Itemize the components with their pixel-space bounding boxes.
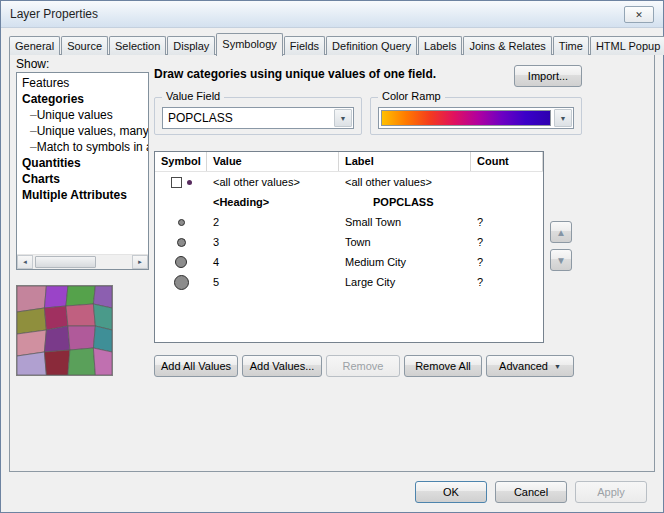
map-preview <box>16 285 113 376</box>
value-field-combobox[interactable]: POPCLASS ▼ <box>162 107 354 129</box>
move-up-button[interactable]: ▲ <box>550 221 572 243</box>
tree-item-match-symbols[interactable]: Match to symbols in a <box>17 139 148 155</box>
value-field-group-label: Value Field <box>162 90 224 102</box>
symbology-tab-page: Show: Features Categories Unique values … <box>9 54 655 472</box>
all-other-values-checkbox[interactable] <box>171 177 182 188</box>
table-row-all-other-values[interactable]: <all other values> <all other values> <box>155 172 543 192</box>
window-title: Layer Properties <box>10 7 98 21</box>
value-field-group: Value Field POPCLASS ▼ <box>154 97 362 135</box>
close-button[interactable]: ✕ <box>624 6 654 23</box>
tree-item-multiple-attributes[interactable]: Multiple Attributes <box>17 187 148 203</box>
tree-horizontal-scrollbar[interactable]: ◄ ► <box>17 254 148 269</box>
chevron-down-icon[interactable]: ▼ <box>334 109 352 127</box>
graduated-circle-icon[interactable] <box>177 238 186 247</box>
small-dot-symbol-icon[interactable] <box>187 180 192 185</box>
header-value: Value <box>207 152 339 171</box>
table-header: Symbol Value Label Count <box>155 152 543 172</box>
tree-item-quantities[interactable]: Quantities <box>17 155 148 171</box>
cancel-button[interactable]: Cancel <box>495 481 567 503</box>
menu-dropdown-icon: ▼ <box>554 363 561 370</box>
graduated-circle-icon[interactable] <box>175 256 187 268</box>
tab-strip: General Source Selection Display Symbolo… <box>9 32 664 55</box>
advanced-button[interactable]: Advanced ▼ <box>486 355 574 377</box>
tab-source[interactable]: Source <box>61 36 108 55</box>
tree-item-charts[interactable]: Charts <box>17 171 148 187</box>
scrollbar-thumb[interactable] <box>35 256 96 268</box>
show-label: Show: <box>16 57 49 71</box>
tab-html-popup[interactable]: HTML Popup <box>590 36 664 55</box>
scroll-left-icon[interactable]: ◄ <box>17 255 33 269</box>
header-count: Count <box>471 152 543 171</box>
map-preview-image <box>17 286 112 375</box>
import-button-label: Import... <box>528 70 568 82</box>
graduated-circle-icon[interactable] <box>178 219 185 226</box>
tab-selection[interactable]: Selection <box>109 36 166 55</box>
tree-item-unique-values-many[interactable]: Unique values, many <box>17 123 148 139</box>
titlebar[interactable]: Layer Properties <box>1 1 663 28</box>
tree-item-features[interactable]: Features <box>17 75 148 91</box>
arrow-down-icon: ▼ <box>556 255 566 266</box>
import-button[interactable]: Import... <box>514 65 582 87</box>
tab-symbology[interactable]: Symbology <box>216 33 282 56</box>
table-row-value-3[interactable]: 3 Town ? <box>155 232 543 252</box>
header-label: Label <box>339 152 471 171</box>
page-description: Draw categories using unique values of o… <box>154 67 436 81</box>
header-symbol: Symbol <box>155 152 207 171</box>
graduated-circle-icon[interactable] <box>174 275 189 290</box>
chevron-down-icon[interactable]: ▼ <box>554 109 572 127</box>
table-row-heading[interactable]: <Heading> POPCLASS <box>155 192 543 212</box>
table-row-value-2[interactable]: 2 Small Town ? <box>155 212 543 232</box>
value-field-selected: POPCLASS <box>163 108 333 128</box>
tab-time[interactable]: Time <box>553 36 589 55</box>
table-row-value-4[interactable]: 4 Medium City ? <box>155 252 543 272</box>
remove-all-button[interactable]: Remove All <box>404 355 482 377</box>
color-ramp-group-label: Color Ramp <box>378 90 445 102</box>
layer-properties-dialog: Layer Properties ✕ General Source Select… <box>0 0 664 513</box>
tab-definition-query[interactable]: Definition Query <box>326 36 417 55</box>
scroll-right-icon[interactable]: ► <box>132 255 148 269</box>
ok-button[interactable]: OK <box>415 481 487 503</box>
add-all-values-button[interactable]: Add All Values <box>154 355 238 377</box>
tab-general[interactable]: General <box>9 36 60 55</box>
dialog-footer: OK Cancel Apply <box>415 481 647 503</box>
scrollbar-track[interactable] <box>33 255 132 269</box>
table-row-value-5[interactable]: 5 Large City ? <box>155 272 543 292</box>
symbology-type-tree: Features Categories Unique values Unique… <box>16 72 149 270</box>
tree-item-unique-values[interactable]: Unique values <box>17 107 148 123</box>
tab-joins-relates[interactable]: Joins & Relates <box>463 36 551 55</box>
arrow-up-icon: ▲ <box>556 227 566 238</box>
color-ramp-preview <box>381 110 551 126</box>
tree-item-categories[interactable]: Categories <box>17 91 148 107</box>
apply-button: Apply <box>575 481 647 503</box>
remove-button: Remove <box>326 355 400 377</box>
add-values-button[interactable]: Add Values... <box>242 355 322 377</box>
color-ramp-group: Color Ramp ▼ <box>370 97 582 135</box>
tab-display[interactable]: Display <box>167 36 215 55</box>
tab-fields[interactable]: Fields <box>284 36 325 55</box>
tree-list: Features Categories Unique values Unique… <box>17 73 148 254</box>
tab-labels[interactable]: Labels <box>418 36 462 55</box>
close-icon: ✕ <box>635 10 643 20</box>
unique-values-table: Symbol Value Label Count <all other valu… <box>154 151 544 343</box>
color-ramp-combobox[interactable]: ▼ <box>378 107 574 129</box>
move-down-button[interactable]: ▼ <box>550 249 572 271</box>
